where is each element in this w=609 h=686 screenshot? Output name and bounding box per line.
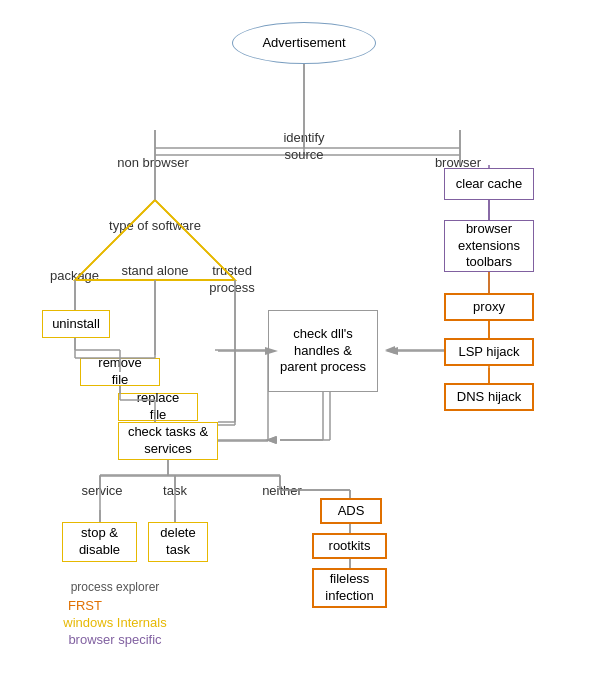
proxy-text: proxy (473, 299, 505, 316)
frst-link[interactable]: FRST (55, 598, 115, 615)
check-tasks-node: check tasks & services (118, 422, 218, 460)
type-of-software-label: type of software (105, 218, 205, 235)
windows-internals-link[interactable]: windows Internals (55, 615, 175, 632)
rootkits-text: rootkits (329, 538, 371, 555)
neither-label: neither (252, 483, 312, 500)
service-text: service (81, 483, 122, 500)
windows-internals-text: windows Internals (63, 615, 166, 632)
non-browser-label: non browser (103, 155, 203, 172)
svg-marker-39 (385, 346, 395, 354)
fileless-node: fileless infection (312, 568, 387, 608)
trusted-process-text: trusted process (192, 263, 272, 297)
package-text: package (50, 268, 99, 285)
stand-alone-label: stand alone (120, 263, 190, 280)
check-dlls-text: check dll's handles & parent process (277, 326, 369, 377)
type-of-software-text: type of software (109, 218, 201, 235)
advertisement-label: Advertisement (262, 35, 345, 52)
check-dlls-node: check dll's handles & parent process (268, 310, 378, 392)
package-label: package (42, 268, 107, 285)
task-text: task (163, 483, 187, 500)
service-label: service (72, 483, 132, 500)
svg-marker-46 (266, 436, 276, 444)
browser-extensions-text: browser extensions toolbars (453, 221, 525, 272)
browser-specific-link[interactable]: browser specific (55, 632, 175, 649)
trusted-process-label: trusted process (192, 263, 272, 297)
remove-file-text: remove file (89, 355, 151, 389)
proxy-node: proxy (444, 293, 534, 321)
non-browser-text: non browser (117, 155, 189, 172)
delete-task-node: delete task (148, 522, 208, 562)
lsp-hijack-text: LSP hijack (458, 344, 519, 361)
fileless-text: fileless infection (322, 571, 377, 605)
svg-line-59 (218, 351, 268, 441)
rootkits-node: rootkits (312, 533, 387, 559)
identify-source-label: identify source (268, 130, 340, 164)
delete-task-text: delete task (157, 525, 199, 559)
process-explorer-text: process explorer (71, 580, 160, 596)
check-tasks-text: check tasks & services (127, 424, 209, 458)
ads-node: ADS (320, 498, 382, 524)
task-label: task (150, 483, 200, 500)
uninstall-node: uninstall (42, 310, 110, 338)
stop-disable-text: stop & disable (71, 525, 128, 559)
uninstall-text: uninstall (52, 316, 100, 333)
clear-cache-node: clear cache (444, 168, 534, 200)
stop-disable-node: stop & disable (62, 522, 137, 562)
browser-extensions-node: browser extensions toolbars (444, 220, 534, 272)
advertisement-node: Advertisement (232, 22, 376, 64)
stand-alone-text: stand alone (121, 263, 188, 280)
dns-hijack-text: DNS hijack (457, 389, 521, 406)
svg-marker-66 (385, 347, 398, 355)
remove-file-node: remove file (80, 358, 160, 386)
svg-marker-80 (265, 436, 277, 444)
ads-text: ADS (338, 503, 365, 520)
dns-hijack-node: DNS hijack (444, 383, 534, 411)
browser-specific-text: browser specific (68, 632, 161, 649)
replace-file-node: replace file (118, 393, 198, 421)
replace-file-text: replace file (127, 390, 189, 424)
neither-text: neither (262, 483, 302, 500)
identify-source-text: identify source (268, 130, 340, 164)
process-explorer-label: process explorer (55, 580, 175, 596)
clear-cache-text: clear cache (456, 176, 522, 193)
lsp-hijack-node: LSP hijack (444, 338, 534, 366)
frst-text: FRST (68, 598, 102, 615)
